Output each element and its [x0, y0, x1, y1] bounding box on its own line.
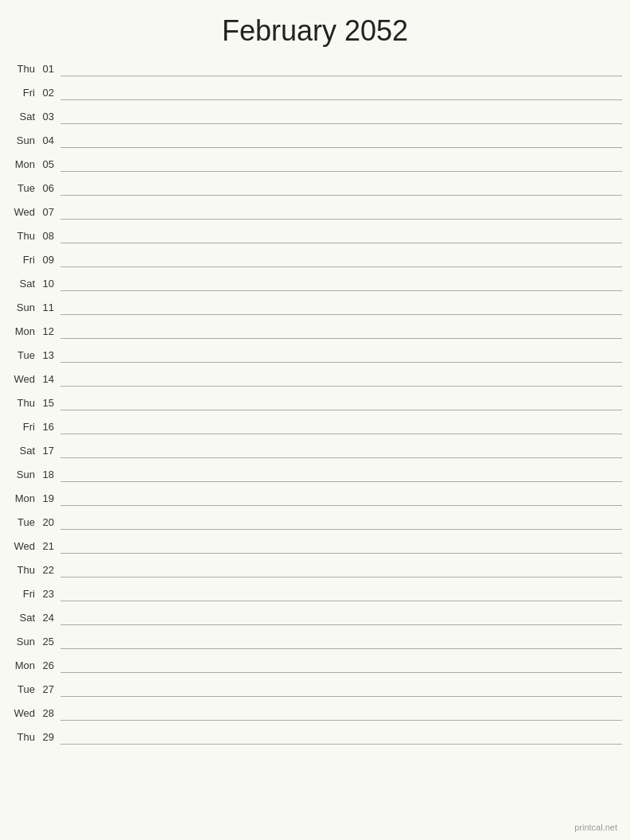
day-of-week-label: Sun: [8, 301, 38, 315]
writing-line: [60, 204, 622, 220]
writing-line: [60, 609, 622, 625]
writing-line: [60, 108, 622, 124]
calendar-row: Mon19: [8, 485, 622, 509]
date-number: 07: [38, 206, 60, 220]
day-of-week-label: Sat: [8, 111, 38, 124]
date-number: 05: [38, 158, 60, 172]
writing-line: [60, 251, 622, 267]
date-number: 29: [38, 731, 60, 745]
calendar-row: Sun04: [8, 127, 622, 151]
writing-line: [60, 156, 622, 172]
calendar-row: Sat24: [8, 605, 622, 628]
writing-line: [60, 299, 622, 315]
date-number: 01: [38, 63, 60, 76]
day-of-week-label: Wed: [8, 707, 38, 721]
writing-line: [60, 538, 622, 554]
date-number: 26: [38, 659, 60, 673]
calendar-row: Tue27: [8, 676, 622, 700]
date-number: 28: [38, 707, 60, 721]
day-of-week-label: Sun: [8, 469, 38, 482]
date-number: 23: [38, 588, 60, 601]
date-number: 17: [38, 445, 60, 458]
writing-line: [60, 585, 622, 601]
writing-line: [60, 705, 622, 721]
date-number: 11: [38, 301, 60, 315]
day-of-week-label: Mon: [8, 325, 38, 339]
calendar-row: Thu15: [8, 390, 622, 414]
day-of-week-label: Sun: [8, 134, 38, 148]
date-number: 27: [38, 683, 60, 697]
calendar-row: Tue13: [8, 342, 622, 366]
date-number: 08: [38, 230, 60, 243]
writing-line: [60, 395, 622, 410]
writing-line: [60, 60, 622, 76]
calendar-row: Mon05: [8, 151, 622, 175]
calendar-row: Sun11: [8, 294, 622, 318]
writing-line: [60, 562, 622, 578]
calendar-list: Thu01Fri02Sat03Sun04Mon05Tue06Wed07Thu08…: [0, 56, 630, 748]
day-of-week-label: Wed: [8, 540, 38, 554]
writing-line: [60, 371, 622, 387]
calendar-row: Thu01: [8, 56, 622, 80]
day-of-week-label: Tue: [8, 182, 38, 196]
day-of-week-label: Wed: [8, 206, 38, 220]
day-of-week-label: Sat: [8, 445, 38, 458]
day-of-week-label: Tue: [8, 516, 38, 530]
calendar-row: Sun25: [8, 628, 622, 652]
day-of-week-label: Thu: [8, 731, 38, 745]
day-of-week-label: Fri: [8, 421, 38, 434]
calendar-row: Thu29: [8, 724, 622, 748]
date-number: 09: [38, 254, 60, 267]
date-number: 13: [38, 349, 60, 363]
calendar-row: Tue06: [8, 175, 622, 199]
writing-line: [60, 657, 622, 673]
date-number: 12: [38, 325, 60, 339]
calendar-row: Sun18: [8, 461, 622, 485]
calendar-row: Thu22: [8, 557, 622, 581]
calendar-row: Wed21: [8, 533, 622, 557]
calendar-row: Mon12: [8, 318, 622, 342]
writing-line: [60, 275, 622, 291]
calendar-row: Wed28: [8, 700, 622, 724]
date-number: 22: [38, 564, 60, 578]
day-of-week-label: Sun: [8, 636, 38, 649]
calendar-row: Thu08: [8, 223, 622, 247]
date-number: 18: [38, 469, 60, 482]
date-number: 10: [38, 278, 60, 291]
writing-line: [60, 347, 622, 363]
footer-label: printcal.net: [574, 822, 617, 832]
day-of-week-label: Sat: [8, 278, 38, 291]
date-number: 02: [38, 87, 60, 100]
calendar-row: Fri16: [8, 414, 622, 438]
writing-line: [60, 180, 622, 196]
date-number: 21: [38, 540, 60, 554]
day-of-week-label: Mon: [8, 492, 38, 506]
calendar-row: Fri02: [8, 80, 622, 103]
writing-line: [60, 442, 622, 458]
date-number: 24: [38, 612, 60, 625]
calendar-row: Fri09: [8, 247, 622, 270]
date-number: 14: [38, 373, 60, 387]
writing-line: [60, 490, 622, 506]
writing-line: [60, 466, 622, 482]
writing-line: [60, 84, 622, 100]
writing-line: [60, 681, 622, 697]
calendar-row: Sat10: [8, 270, 622, 294]
day-of-week-label: Thu: [8, 397, 38, 410]
writing-line: [60, 729, 622, 745]
writing-line: [60, 323, 622, 339]
date-number: 25: [38, 636, 60, 649]
writing-line: [60, 514, 622, 530]
page-title: February 2052: [0, 0, 630, 56]
day-of-week-label: Thu: [8, 63, 38, 76]
calendar-row: Fri23: [8, 581, 622, 605]
date-number: 04: [38, 134, 60, 148]
calendar-row: Sat17: [8, 438, 622, 461]
day-of-week-label: Wed: [8, 373, 38, 387]
calendar-row: Tue20: [8, 509, 622, 533]
calendar-row: Mon26: [8, 652, 622, 676]
writing-line: [60, 633, 622, 649]
date-number: 16: [38, 421, 60, 434]
day-of-week-label: Fri: [8, 588, 38, 601]
day-of-week-label: Sat: [8, 612, 38, 625]
